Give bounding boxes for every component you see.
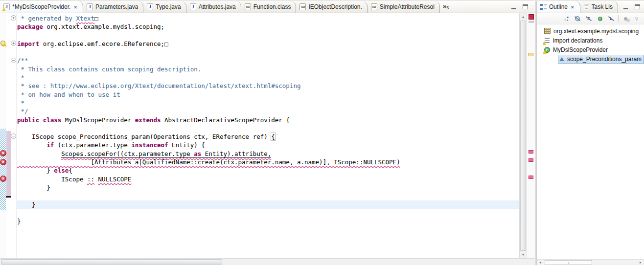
code-line: /**	[17, 56, 519, 65]
code-line: * generated by Xtext□	[17, 14, 519, 22]
error-marker-icon[interactable]	[0, 159, 6, 165]
editor-window-buttons	[506, 1, 535, 13]
tree-item-scope-preconditions-param[interactable]: scope_Preconditions_param	[537, 54, 644, 64]
code-line: public class MyDslScopeProvider extends …	[17, 116, 519, 124]
close-tab-icon[interactable]: ✕	[73, 4, 78, 10]
outline-hscrollbar[interactable]: ◄ ►	[537, 259, 644, 265]
code-line: if (ctx.parameter.type instanceof Entity…	[17, 141, 519, 149]
view-menu-icon[interactable]: ▽	[632, 15, 641, 23]
quickdiff-ruler[interactable]	[6, 13, 11, 258]
overview-error-marker[interactable]	[529, 176, 533, 179]
close-tab-icon[interactable]: ✕	[570, 4, 575, 10]
tree-item-import-declarations[interactable]: import declarations	[537, 36, 644, 45]
annotation-ruler[interactable]	[0, 13, 6, 258]
hidden-tab-count: 5	[446, 5, 449, 10]
tab-label: Type.java	[156, 3, 181, 10]
overview-error-status-icon[interactable]	[529, 14, 534, 20]
outline-tab-task-lis[interactable]: Task Lis	[580, 1, 618, 13]
maximize-button[interactable]	[521, 3, 529, 11]
outline-view: Outline✕Task Lis ↓azSL▽ org.xtext.exampl…	[537, 1, 644, 265]
tab-label: IEObjectDescription.	[308, 3, 362, 10]
scroll-up-icon[interactable]: ▲	[520, 13, 527, 21]
editor-hscrollbar[interactable]	[0, 258, 535, 265]
editor-tab-simpleattributeresol[interactable]: SimpleAttributeResol	[368, 1, 440, 13]
code-line: }	[17, 217, 519, 225]
scroll-left-icon[interactable]: ◄	[537, 260, 543, 265]
tree-item-label: scope_Preconditions_param	[567, 56, 642, 63]
code-line	[17, 31, 519, 40]
fold-expand-icon[interactable]: +	[11, 15, 16, 21]
chevron-icon: »	[443, 2, 446, 10]
outline-hscroll-thumb[interactable]	[545, 260, 592, 265]
class-icon	[371, 3, 377, 10]
overview-error-marker[interactable]	[529, 158, 533, 162]
scroll-down-icon[interactable]: ▼	[520, 251, 527, 258]
outline-toolbar: ↓azSL▽	[537, 13, 644, 24]
maximize-icon	[523, 4, 528, 9]
overview-ruler[interactable]	[527, 13, 535, 258]
code-line: }	[17, 200, 519, 209]
code-line: * see : http://www.eclipse.org/Xtext/doc…	[17, 82, 519, 90]
hide-fields-icon[interactable]	[573, 15, 582, 23]
changed-lines-indicator	[6, 131, 11, 196]
overview-error-marker[interactable]	[529, 150, 533, 154]
editor-tab-attributes-java[interactable]: Attributes.java	[186, 1, 241, 13]
minimize-button[interactable]	[509, 3, 517, 11]
tab-label: Outline	[549, 3, 568, 10]
vscroll-thumb[interactable]	[520, 21, 526, 251]
scroll-right-icon[interactable]: ►	[638, 260, 644, 265]
code-line	[17, 192, 519, 200]
code-line: [Attributes a|QualifiedName::create(ctx.…	[17, 158, 519, 166]
hide-local-types-icon[interactable]: L	[607, 15, 616, 23]
tab-label: SimpleAttributeResol	[380, 3, 435, 10]
code-line: *	[17, 73, 519, 82]
tab-label: Parameters.java	[95, 3, 138, 10]
fold-collapse-icon[interactable]: −	[11, 58, 16, 63]
hide-non-public-members-icon[interactable]	[596, 15, 604, 23]
class-warning-icon	[544, 47, 550, 53]
editor-tab-type-java[interactable]: Type.java	[143, 1, 186, 13]
tab-overflow-chevron[interactable]: » 5	[440, 1, 451, 13]
code-line: }	[17, 183, 519, 192]
code-line: import org.eclipse.emf.ecore.EReference;…	[17, 40, 519, 48]
code-line: } else{	[17, 166, 519, 175]
tree-item-org-xtext-example-mydsl-scoping[interactable]: org.xtext.example.mydsl.scoping	[537, 26, 644, 36]
overview-warning-marker[interactable]	[529, 53, 533, 56]
outline-tabs: Outline✕Task Lis	[537, 1, 618, 13]
tab-label: Function.class	[253, 3, 291, 10]
editor-tab-ieobjectdescription[interactable]: IEObjectDescription.	[296, 1, 367, 13]
code-line: Scopes.scopeFor((ctx.parameter.type as E…	[17, 150, 519, 158]
java-icon	[190, 3, 196, 10]
tree-item-label: import declarations	[553, 37, 602, 44]
code-line: * This class contains custom scoping des…	[17, 65, 519, 73]
hide-static-members-icon[interactable]: S	[584, 15, 593, 23]
link-with-editor-icon[interactable]	[621, 15, 630, 23]
code-line: package org.xtext.example.mydsl.scoping;	[17, 22, 519, 31]
editor-tab-function-class[interactable]: Function.class	[241, 1, 297, 13]
outline-maximize-button[interactable]	[633, 3, 641, 11]
editor-tab-parameters-java[interactable]: Parameters.java	[83, 1, 143, 13]
sort-icon[interactable]: ↓az	[562, 15, 571, 23]
fold-collapse-icon[interactable]: −	[11, 133, 16, 139]
tree-item-mydslscopeprovider[interactable]: MyDslScopeProvider	[537, 45, 644, 54]
outline-minimize-button[interactable]	[621, 3, 629, 11]
code-line	[17, 48, 519, 56]
editor-tab-mydslscopeprovider[interactable]: *MyDslScopeProvider.✕	[0, 1, 83, 13]
outline-tree[interactable]: org.xtext.example.mydsl.scopingimport de…	[537, 24, 644, 259]
editor-vscrollbar[interactable]: ▲ ▼	[519, 13, 527, 258]
outline-tab-outline[interactable]: Outline✕	[537, 1, 580, 13]
quickfix-warning-bulb-icon[interactable]	[0, 40, 6, 46]
code-line: */	[17, 107, 519, 115]
package-icon	[544, 28, 551, 34]
fold-expand-icon[interactable]: +	[11, 41, 16, 46]
hscroll-thumb[interactable]	[1, 259, 222, 265]
folding-ruler[interactable]: ++−−	[11, 13, 17, 258]
code-line: IScope scope_Preconditions_param(Operati…	[17, 132, 519, 141]
outline-icon	[540, 4, 547, 10]
minimize-icon	[623, 8, 628, 9]
editor-tabs: *MyDslScopeProvider.✕Parameters.javaType…	[0, 1, 440, 13]
imports-warning-icon	[544, 38, 550, 44]
java-icon	[87, 3, 93, 10]
tree-item-label: MyDslScopeProvider	[553, 46, 608, 53]
code-editor[interactable]: * generated by Xtext□package org.xtext.e…	[17, 13, 519, 258]
